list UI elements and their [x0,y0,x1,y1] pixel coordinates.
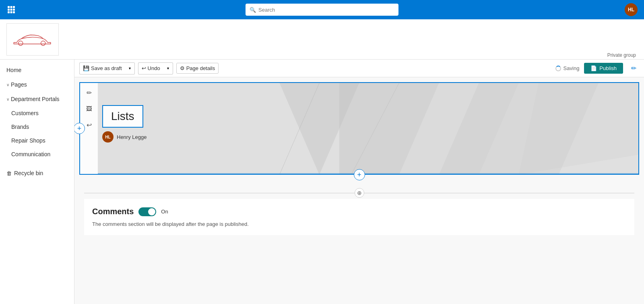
hero-image-button[interactable]: 🖼 [83,102,95,115]
top-bar: 🔍 HL [0,0,644,19]
pages-label: Pages [11,81,27,88]
lists-title: Lists [111,110,134,122]
sidebar-item-pages[interactable]: ∨ Pages [0,77,74,92]
undo-label: Undo [148,65,160,71]
logo-image [10,31,55,48]
page-details-button[interactable]: ⚙ Page details [176,63,219,74]
pencil-icon: ✏ [631,64,636,72]
comments-description: The comments section will be displayed a… [92,221,626,227]
main-layout: Home ∨ Pages ∨ Department Portals Custom… [0,60,644,304]
search-icon: 🔍 [250,7,256,13]
undo-dropdown[interactable]: ▾ [163,62,173,74]
lists-title-box: Lists [102,105,143,128]
publish-button[interactable]: 📄 Publish [584,63,623,74]
svg-rect-3 [8,9,10,11]
edit-icon-button[interactable]: ✏ [628,63,639,74]
sidebar-item-recycle-bin[interactable]: 🗑 Recycle bin [0,166,74,180]
publish-label: Publish [599,65,617,71]
editor-toolbar: 💾 Save as draft ▾ ↩ Undo ▾ ⚙ Page detail… [74,60,644,77]
toggle-label: On [161,209,168,215]
save-as-draft-dropdown[interactable]: ▾ [125,62,135,74]
svg-rect-8 [13,11,15,13]
search-input[interactable] [258,7,394,13]
home-label: Home [6,67,21,73]
author-avatar: HL [102,131,114,143]
communication-label: Communication [11,151,50,157]
sidebar-item-communication[interactable]: Communication [0,147,74,161]
sidebar: Home ∨ Pages ∨ Department Portals Custom… [0,60,74,304]
undo-group: ↩ Undo ▾ [138,62,173,74]
comments-title: Comments [92,207,134,216]
save-as-draft-label: Save as draft [91,65,122,71]
logo-container [6,23,59,56]
sidebar-item-customers[interactable]: Customers [0,106,74,120]
author-info: HL Henry Legge [102,131,147,143]
pencil-tool-icon: ✏ [87,89,92,97]
dept-portals-label: Department Portals [11,96,60,102]
undo-tool-icon: ↩ [87,121,92,129]
svg-point-10 [41,41,45,45]
sidebar-item-department-portals[interactable]: ∨ Department Portals [0,92,74,106]
saving-status: Saving [555,65,580,71]
author-name: Henry Legge [117,134,147,140]
logo-bar: Private group [0,19,644,60]
hero-background [80,83,638,175]
svg-point-9 [19,41,23,45]
repair-shops-label: Repair Shops [11,137,45,144]
private-group-label: Private group [607,52,636,58]
brands-label: Brands [11,124,29,130]
user-avatar[interactable]: HL [625,3,638,16]
svg-rect-1 [10,6,12,8]
hero-section: ✏ 🖼 ↩ Lists HL [79,82,639,175]
svg-rect-0 [8,6,10,8]
save-icon: 💾 [83,65,89,71]
pages-chevron: ∨ [6,83,9,87]
dept-chevron: ∨ [6,97,9,101]
toggle-knob [148,208,155,215]
page-details-label: Page details [186,65,215,71]
sidebar-item-repair-shops[interactable]: Repair Shops [0,134,74,147]
sidebar-item-home[interactable]: Home [0,63,74,77]
undo-icon: ↩ [142,65,146,71]
page-details-icon: ⚙ [180,65,185,71]
svg-rect-4 [10,9,12,11]
hero-wrapper: + [79,82,639,175]
recycle-bin-label: Recycle bin [14,170,43,176]
comments-section: Comments On The comments section will be… [84,199,634,235]
svg-rect-7 [10,11,12,13]
save-as-draft-button[interactable]: 💾 Save as draft [79,62,125,74]
section-separator: ⊕ [84,187,634,199]
saving-spinner [555,66,561,71]
section-divider [98,173,638,174]
search-bar[interactable]: 🔍 [246,4,398,16]
saving-label: Saving [564,65,580,71]
sidebar-item-brands[interactable]: Brands [0,120,74,134]
add-section-button[interactable]: + [354,169,365,180]
content-area: 💾 Save as draft ▾ ↩ Undo ▾ ⚙ Page detail… [74,60,644,304]
publish-icon: 📄 [590,65,597,71]
drag-handle[interactable]: ⊕ [355,188,364,198]
save-as-draft-group: 💾 Save as draft ▾ [79,62,135,74]
image-tool-icon: 🖼 [86,105,92,112]
page-editor: + [74,77,644,240]
svg-rect-6 [8,11,10,13]
hero-edit-button[interactable]: ✏ [83,86,95,99]
recycle-bin-icon: 🗑 [6,170,12,176]
comments-toggle[interactable] [138,207,156,216]
comments-header: Comments On [92,207,626,216]
apps-icon[interactable] [5,3,18,16]
svg-rect-2 [13,6,15,8]
customers-label: Customers [11,110,39,116]
svg-rect-5 [13,9,15,11]
undo-button[interactable]: ↩ Undo [138,62,163,74]
